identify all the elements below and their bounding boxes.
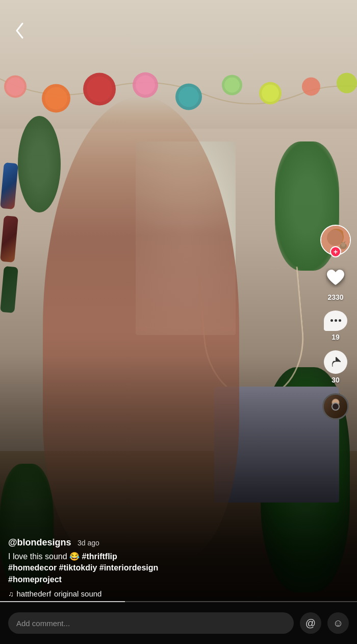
emoji-button[interactable]: ☺ (327, 612, 349, 634)
music-disc[interactable] (322, 393, 349, 420)
svg-point-1 (6, 77, 24, 96)
music-note-icon: ♫ (8, 590, 14, 598)
share-button[interactable]: 30 (324, 350, 347, 384)
heart-icon (322, 265, 349, 291)
video-caption: I love this sound 😂 #thriftflip #homedec… (8, 551, 316, 585)
svg-point-7 (136, 75, 155, 94)
plant-left (18, 116, 61, 212)
creator-username-row: @blondesigns 3d ago (8, 537, 316, 548)
sound-name: original sound (54, 589, 101, 598)
comment-icon (324, 311, 347, 331)
like-button[interactable]: 2330 (322, 265, 349, 301)
svg-point-23 (341, 243, 345, 247)
creator-avatar[interactable]: + (320, 225, 351, 255)
skateboard-2 (0, 216, 18, 263)
svg-point-14 (302, 77, 320, 96)
comment-input[interactable]: Add comment... (8, 612, 294, 634)
at-icon: @ (305, 617, 316, 629)
svg-point-19 (330, 229, 343, 237)
share-count: 30 (332, 376, 340, 384)
svg-point-5 (87, 76, 112, 102)
skateboard-3 (0, 266, 18, 313)
svg-point-20 (333, 237, 335, 240)
back-button[interactable] (10, 20, 31, 41)
svg-point-11 (224, 77, 240, 92)
dot-2 (335, 319, 337, 322)
comment-bar: Add comment... @ ☺ (0, 602, 357, 644)
music-disc-art (324, 393, 347, 420)
svg-point-3 (45, 87, 67, 109)
svg-point-21 (338, 237, 340, 240)
svg-point-9 (178, 86, 199, 107)
follow-plus-button[interactable]: + (330, 246, 341, 257)
comment-dots (330, 319, 341, 322)
bottom-overlay (0, 354, 357, 644)
svg-point-15 (337, 73, 357, 93)
svg-point-18 (332, 233, 342, 245)
post-time: 3d ago (78, 539, 99, 547)
sound-creator: hatthederf (17, 589, 52, 598)
svg-point-13 (262, 84, 279, 102)
comment-placeholder: Add comment... (16, 619, 70, 628)
dot-1 (330, 319, 333, 322)
sound-info-row[interactable]: ♫ hatthederf original sound (8, 589, 316, 598)
music-disc-center (332, 402, 340, 411)
right-actions-sidebar: + 2330 19 30 (320, 225, 351, 420)
bottom-info: @blondesigns 3d ago I love this sound 😂 … (8, 537, 316, 598)
skateboard-1 (0, 162, 18, 209)
share-icon (324, 350, 347, 374)
creator-username[interactable]: @blondesigns (8, 537, 71, 547)
emoji-icon: ☺ (333, 617, 343, 629)
comment-button[interactable]: 19 (324, 311, 347, 341)
at-mention-button[interactable]: @ (300, 612, 321, 634)
comment-count: 19 (332, 333, 340, 341)
dot-3 (339, 319, 341, 322)
like-count: 2330 (327, 293, 343, 301)
